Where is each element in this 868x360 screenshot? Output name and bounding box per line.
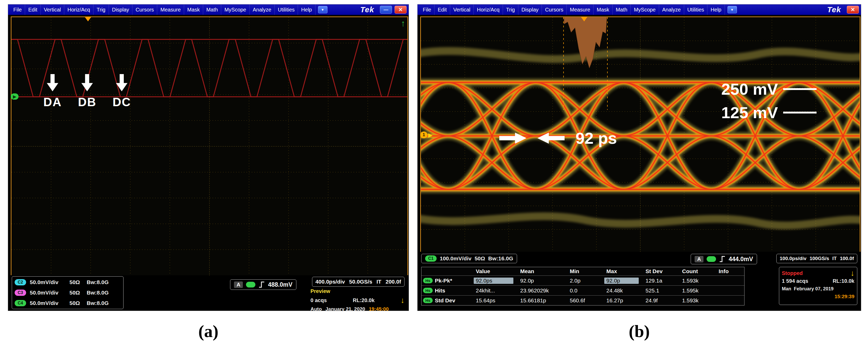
menu-item-mask[interactable]: Mask [184, 4, 203, 15]
acq-mode: IT [377, 279, 381, 285]
menu-item-math[interactable]: Math [203, 4, 221, 15]
timebase-scale: 400.0ps/div [315, 279, 345, 285]
menu-item-mask[interactable]: Mask [594, 4, 613, 15]
channel-readouts: C2 50.0mV/div 50Ω Bw:8.0G C3 50.0mV/div … [12, 276, 124, 309]
menu-item-analyze[interactable]: Analyze [250, 4, 275, 15]
measurement-header-row: Value Mean Min Max St Dev Count Info [422, 267, 744, 275]
channel-readout[interactable]: C3 50.0mV/div 50Ω Bw:8.0G [14, 288, 121, 298]
timebase-scale: 100.0ps/div [780, 256, 806, 261]
chevron-down-icon: ▼ [731, 8, 734, 12]
trigger-readout[interactable]: A 444.0mV [691, 254, 757, 264]
readout-strip: C2 50.0mV/div 50Ω Bw:8.0G C3 50.0mV/div … [8, 275, 409, 311]
measurement-row[interactable]: HsPk-Pk* 92.0ps 92.0p 2.0p 92.0p 129.1a … [422, 275, 744, 285]
trigger-source-label: A [694, 256, 704, 262]
menu-item-file[interactable]: File [10, 4, 25, 15]
channel-badge: C2 [14, 279, 26, 285]
trigger-mode: Man [782, 286, 791, 292]
menu-item-horizacq[interactable]: Horiz/Acq [64, 4, 93, 15]
menu-item-utilities[interactable]: Utilities [275, 4, 298, 15]
menu-item-math[interactable]: Math [613, 4, 631, 15]
measurement-table: Value Mean Min Max St Dev Count Info HsP… [421, 267, 744, 305]
menu-item-trig[interactable]: Trig [503, 4, 518, 15]
trigger-level: 488.0mV [268, 281, 292, 288]
trigger-mode: Auto [310, 306, 322, 312]
down-arrow-icon: ↓ [401, 296, 404, 304]
voltage-annotation-125: 125 mV [721, 103, 816, 122]
menu-item-vertical[interactable]: Vertical [41, 4, 64, 15]
menu-item-cursors[interactable]: Cursors [132, 4, 157, 15]
acq-count: 1 594 acqs [782, 278, 808, 284]
acquisition-status: Stopped ↓ 1 594 acqs RL:10.0k Man Februa… [779, 267, 857, 305]
rising-edge-icon [719, 255, 725, 263]
trigger-readout[interactable]: A 488.0mV [230, 280, 297, 290]
right-arrow-icon [499, 132, 526, 144]
minimize-icon: — [383, 7, 388, 12]
close-button[interactable]: ✕ [395, 6, 407, 13]
help-dropdown-button[interactable]: ▼ [318, 6, 328, 13]
help-dropdown-button[interactable]: ▼ [727, 6, 737, 13]
sample-rate: 50.0GS/s [349, 279, 372, 285]
channel-reference-marker[interactable]: 1 [420, 131, 428, 138]
channel-badge: C1 [425, 255, 437, 262]
oscilloscope-window-b: File Edit Vertical Horiz/Acq Trig Displa… [417, 4, 861, 311]
caption-a: (a) [8, 321, 409, 341]
acq-state: Preview [310, 288, 330, 294]
signal-label-db: DB [78, 95, 96, 109]
menu-item-utilities[interactable]: Utilities [684, 4, 707, 15]
timebase-readout[interactable]: 400.0ps/div 50.0GS/s IT 200.0f [312, 277, 404, 287]
rising-edge-icon [258, 281, 265, 288]
channel-reference-marker[interactable]: ▶ [11, 93, 19, 100]
trigger-position-icon[interactable] [581, 17, 588, 22]
channel-badge: C3 [14, 290, 26, 296]
trigger-position-icon[interactable] [85, 17, 91, 22]
menu-item-help[interactable]: Help [298, 4, 315, 15]
channel-readout[interactable]: C4 50.0mV/div 50Ω Bw:8.0G [14, 298, 121, 308]
menu-item-analyze[interactable]: Analyze [659, 4, 684, 15]
menu-item-file[interactable]: File [420, 4, 435, 15]
eye-diagram [421, 17, 860, 253]
trigger-source-label: A [234, 282, 243, 288]
chevron-down-icon: ▼ [321, 8, 324, 12]
menu-item-display[interactable]: Display [518, 4, 542, 15]
menu-item-edit[interactable]: Edit [25, 4, 40, 15]
menu-item-vertical[interactable]: Vertical [450, 4, 474, 15]
measurement-row[interactable]: HsHits 24khit... 23.962029k 0.0 24.48k 5… [422, 285, 744, 295]
menu-item-edit[interactable]: Edit [435, 4, 450, 15]
right-arrow-icon: ▶ [13, 94, 16, 99]
timebase-readout[interactable]: 100.0ps/div 100GS/s IT 100.0f [776, 254, 857, 263]
menu-item-measure[interactable]: Measure [157, 4, 184, 15]
record-length: RL:20.0k [353, 297, 374, 303]
acq-state: Stopped [782, 270, 803, 276]
resolution: 200.0f [385, 279, 401, 285]
close-button[interactable]: ✕ [847, 6, 859, 13]
clock-time: 19:45:00 [369, 306, 389, 312]
tek-logo: Tek [827, 5, 841, 14]
menu-item-measure[interactable]: Measure [567, 4, 594, 15]
marker-number: 1 [423, 132, 425, 137]
down-arrow-icon: ↓ [850, 269, 855, 277]
menu-item-myscope[interactable]: MyScope [631, 4, 659, 15]
measurement-row[interactable]: HsStd Dev 15.64ps 15.66181p 560.6f 16.27… [422, 295, 744, 305]
tek-logo: Tek [360, 5, 374, 14]
channel-readout[interactable]: C1 100.0mV/div 50Ω Bw:16.0G [421, 254, 517, 263]
menu-item-help[interactable]: Help [707, 4, 725, 15]
menu-item-cursors[interactable]: Cursors [542, 4, 567, 15]
measurement-badge: Hs [423, 278, 433, 283]
date: January 21, 2020 [326, 306, 365, 312]
window-controls: Tek — ✕ [360, 5, 407, 14]
minimize-button[interactable]: — [380, 6, 392, 13]
menu-item-display[interactable]: Display [109, 4, 133, 15]
menu-item-horizacq[interactable]: Horiz/Acq [474, 4, 503, 15]
menu-item-trig[interactable]: Trig [93, 4, 109, 15]
menu-item-myscope[interactable]: MyScope [221, 4, 249, 15]
date: February 07, 2019 [794, 286, 834, 292]
channel-readout[interactable]: C2 50.0mV/div 50Ω Bw:8.0G [14, 277, 121, 288]
menu-bar: File Edit Vertical Horiz/Acq Trig Displa… [417, 4, 861, 15]
measurement-badge: Hs [423, 298, 433, 303]
window-controls: Tek ✕ [827, 5, 859, 14]
left-arrow-icon [537, 132, 564, 144]
signal-annotations: DA DB DC [43, 74, 131, 109]
pointer-line [783, 88, 816, 90]
down-arrow-icon [82, 74, 93, 91]
trigger-source-badge [707, 256, 716, 262]
